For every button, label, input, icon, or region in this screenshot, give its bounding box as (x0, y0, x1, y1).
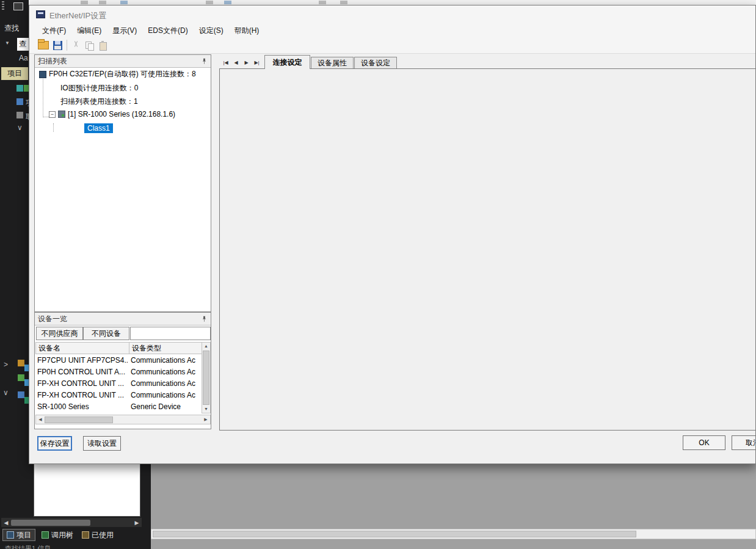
toolbar-separator (67, 40, 67, 51)
menu-file[interactable]: 文件(F) (37, 24, 71, 38)
scroll-right-icon[interactable]: ▶ (202, 417, 210, 422)
by-vendor-button[interactable]: 不同供应商 (36, 327, 83, 340)
scroll-up-icon[interactable]: ▲ (204, 343, 208, 350)
tree-root-label: FP0H C32ET/EP(自动取得) 可使用连接数：8 (49, 69, 196, 79)
scrollbar-thumb[interactable] (203, 351, 209, 405)
dock-chevron2-icon[interactable]: ∨ (3, 388, 9, 397)
device-list-title: 设备一览 (38, 314, 67, 324)
bottom-tab-calltree[interactable]: 调用树 (38, 529, 77, 541)
tree-io-node[interactable]: IO图预计使用连接数：0 (60, 83, 138, 93)
dock-tool-icon-4[interactable] (16, 112, 23, 118)
device-row-name[interactable]: FP7CPU UNIT AFP7CPS4... (37, 355, 128, 366)
dock-tool-icon-6[interactable] (18, 374, 24, 381)
dock-expand-right-icon[interactable]: > (4, 360, 8, 369)
tab-device-settings[interactable]: 设备设定 (354, 57, 397, 69)
tab-connection-settings[interactable]: 连接设定 (264, 55, 310, 69)
dialog-titlebar[interactable]: EtherNet/IP设置 (29, 5, 755, 24)
scan-list-header: 扫描列表 (35, 55, 211, 68)
device-name-column-header[interactable]: 设备名 (35, 342, 129, 354)
scrollbar-thumb[interactable] (45, 416, 113, 423)
read-settings-button[interactable]: 读取设置 (83, 436, 121, 451)
tree-connection-node[interactable]: Class1 (84, 123, 113, 133)
tree-collapse-icon[interactable]: − (49, 111, 56, 118)
menu-edit[interactable]: 编辑(E) (71, 24, 107, 38)
tab-next-icon[interactable]: ▶ (241, 57, 252, 68)
dock-chevron-icon[interactable]: ∨ (17, 123, 23, 132)
pin-icon[interactable] (201, 315, 208, 323)
tree-root-node[interactable]: FP0H C32ET/EP(自动取得) 可使用连接数：8 (39, 69, 196, 79)
menu-eds-file[interactable]: EDS文件(D) (142, 24, 193, 38)
find-panel-title: 查找 (4, 23, 19, 34)
scroll-down-icon[interactable]: ▼ (204, 405, 208, 413)
device-type-column-header[interactable]: 设备类型 (129, 342, 202, 354)
dock-tool-icon-1[interactable] (16, 85, 23, 92)
pin-icon[interactable] (201, 57, 208, 65)
tree-device-node[interactable]: − [1] SR-1000 Series (192.168.1.6) (49, 110, 175, 118)
save-settings-button[interactable]: 保存设置 (37, 436, 72, 451)
scroll-left-icon[interactable]: ◀ (1, 520, 11, 526)
panel-window-icon[interactable] (13, 2, 23, 10)
dock-tool-icon-8[interactable] (18, 391, 24, 398)
device-row-name[interactable]: FP-XH CONTROL UNIT ... (37, 378, 128, 390)
tab-prev-icon[interactable]: ◀ (231, 57, 241, 68)
project-tab-icon (7, 531, 14, 539)
dock-folder-icon[interactable] (18, 360, 24, 366)
remote-device-icon (58, 111, 65, 118)
open-file-icon[interactable] (38, 41, 49, 49)
plc-device-icon (39, 71, 46, 78)
scroll-left-icon[interactable]: ◀ (36, 417, 45, 422)
bg-toolbar-icon (81, 1, 88, 4)
chevron-down-icon[interactable]: ▼ (5, 40, 10, 46)
tree-connector (43, 117, 49, 117)
find-input[interactable]: 查 (17, 38, 29, 51)
dock-tool-icon-3[interactable] (16, 98, 23, 105)
device-row-type[interactable]: Generic Device (131, 401, 201, 413)
device-filter-input[interactable] (130, 327, 211, 340)
tree-connector (53, 123, 54, 132)
bottom-tab-calltree-label: 调用树 (51, 530, 73, 540)
background-client-panel (34, 463, 140, 517)
dock-horizontal-scrollbar[interactable]: ◀ ▶ (1, 518, 142, 527)
by-device-button[interactable]: 不同设备 (83, 327, 129, 340)
bg-toolbar-icon (319, 1, 326, 4)
tree-scanlist-node[interactable]: 扫描列表使用连接数：1 (60, 96, 138, 107)
tab-last-icon[interactable]: ▶| (252, 57, 262, 68)
cancel-button[interactable]: 取消 (732, 435, 756, 450)
device-row-type[interactable]: Communications Ac (131, 366, 201, 378)
dock-grip-handle[interactable] (2, 1, 4, 10)
menu-bar: 文件(F) 编辑(E) 显示(V) EDS文件(D) 设定(S) 帮助(H) (29, 24, 755, 37)
device-row-type[interactable]: Communications Ac (131, 378, 201, 390)
tree-scanlist-label: 扫描列表使用连接数：1 (60, 96, 138, 107)
bottom-tab-project-label: 项目 (16, 530, 31, 540)
tab-device-properties[interactable]: 设备属性 (311, 57, 354, 69)
bottom-tab-used[interactable]: 已使用 (78, 529, 117, 541)
column-label: 设备名 (38, 343, 60, 354)
device-list-vscrollbar[interactable]: ▲ ▼ (202, 342, 211, 413)
device-row-name[interactable]: SR-1000 Series (37, 401, 128, 413)
device-row-name[interactable]: FP-XH CONTROL UNIT ... (37, 390, 128, 401)
paste-icon[interactable] (98, 41, 107, 50)
save-icon[interactable] (53, 41, 62, 50)
device-list-hscrollbar[interactable]: ◀ ▶ (35, 415, 211, 424)
bottom-tab-project[interactable]: 项目 (2, 529, 35, 541)
ok-button[interactable]: OK (683, 435, 725, 450)
device-row-type[interactable]: Communications Ac (131, 390, 201, 401)
menu-view[interactable]: 显示(V) (107, 24, 142, 38)
background-toolbar-sliver (29, 0, 756, 5)
mdi-scrollbar-thumb[interactable] (153, 531, 636, 537)
tree-device-label: [1] SR-1000 Series (192.168.1.6) (68, 110, 175, 118)
device-row-type[interactable]: Communications Ac (131, 355, 201, 366)
device-list-header: 设备一览 (35, 313, 211, 325)
mdi-horizontal-scrollbar[interactable] (151, 529, 756, 539)
cut-icon[interactable] (71, 41, 81, 50)
scroll-right-icon[interactable]: ▶ (132, 520, 142, 526)
device-row-name[interactable]: FP0H CONTROL UNIT A... (37, 366, 128, 378)
project-vertical-tab[interactable]: 项目 (1, 67, 28, 80)
copy-icon[interactable] (85, 41, 94, 50)
menu-help[interactable]: 帮助(H) (229, 24, 265, 38)
match-case-toggle[interactable]: Aa (19, 54, 28, 62)
scrollbar-thumb[interactable] (11, 520, 90, 526)
tab-first-icon[interactable]: |◀ (220, 57, 231, 68)
connection-settings-page (219, 68, 756, 431)
menu-settings[interactable]: 设定(S) (194, 24, 229, 38)
